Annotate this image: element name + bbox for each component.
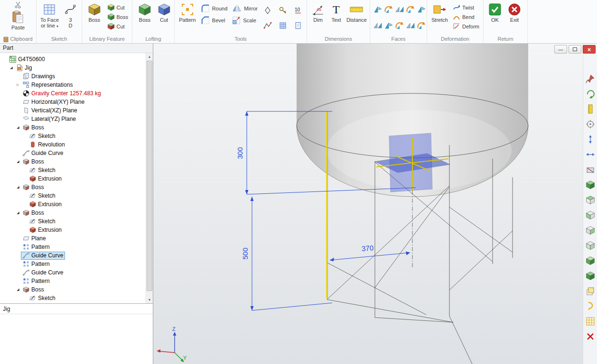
tree-item-sketch[interactable]: Sketch: [0, 166, 146, 174]
tree-item-boss[interactable]: ◢Boss: [0, 123, 146, 132]
tree-scrollbar[interactable]: ▲ ▼: [146, 53, 153, 303]
tree-item-g4t50600[interactable]: G4T50600: [0, 55, 146, 64]
maximize-button[interactable]: [569, 45, 581, 54]
tree-collapse-arrow-icon[interactable]: ◢: [15, 185, 21, 189]
tree-item-guide-curve[interactable]: Guide Curve: [0, 251, 146, 260]
tree-item-vertical-xz-plane[interactable]: Vertical(XZ) Plane: [0, 106, 146, 115]
tree-item-pattern[interactable]: Pattern: [0, 277, 146, 285]
sketch-point-icon[interactable]: [262, 5, 273, 16]
3d-viewport[interactable]: 300 500 370 Z: [153, 44, 597, 364]
tree-item-jig[interactable]: ◢Jig: [0, 64, 146, 72]
tree-item-representations[interactable]: ▷Representations: [0, 81, 146, 89]
library-boss-small-button[interactable]: Boss: [106, 13, 130, 21]
tree-item-pattern[interactable]: Pattern: [0, 260, 146, 268]
match-face-icon[interactable]: [394, 20, 405, 31]
tree-item-sketch[interactable]: Sketch: [0, 294, 146, 302]
tree-item-extrusion[interactable]: Extrusion: [0, 226, 146, 234]
tree-collapse-arrow-icon[interactable]: ◢: [15, 288, 21, 291]
sheet-project-icon[interactable]: [293, 20, 303, 31]
decimal-precision-icon[interactable]: 10: [293, 5, 303, 16]
rotate-view-icon[interactable]: [585, 88, 596, 100]
snap-cube-icon[interactable]: [585, 255, 596, 266]
library-cut2-button[interactable]: Cut: [106, 22, 130, 30]
section-plane-icon[interactable]: [585, 164, 596, 175]
scroll-down-button[interactable]: ▼: [146, 296, 153, 303]
key-icon[interactable]: [278, 5, 288, 16]
tree-item-extrusion[interactable]: Extrusion: [0, 174, 146, 183]
to-face-or-line-button[interactable]: To Face or line ▾: [39, 1, 60, 29]
tree-item-sketch[interactable]: Sketch: [0, 217, 146, 226]
extend-face-icon[interactable]: [373, 20, 383, 31]
split-face-icon[interactable]: [383, 20, 394, 31]
tree-item-guide-curve[interactable]: Guide Curve: [0, 149, 146, 157]
tree-item-boss[interactable]: ◢Boss: [0, 183, 146, 191]
round-button[interactable]: Round: [199, 4, 229, 12]
bevel-button[interactable]: Bevel: [199, 16, 229, 24]
close-button[interactable]: ×: [583, 45, 596, 54]
view-cube-front-icon[interactable]: [585, 209, 596, 221]
text-button[interactable]: T Text: [328, 1, 344, 23]
feature-tree[interactable]: G4T50600◢JigDrawings▷RepresentationsGrav…: [0, 53, 146, 303]
mirror-button[interactable]: Mirror: [230, 4, 259, 12]
offset-face-icon[interactable]: [405, 4, 416, 15]
tree-item-horizontal-xy-plane[interactable]: Horizontal(XY) Plane: [0, 98, 146, 106]
exit-button[interactable]: Exit: [505, 1, 523, 23]
delete-red-icon[interactable]: [585, 331, 596, 342]
ruler-icon[interactable]: [585, 103, 596, 115]
paste-button[interactable]: Paste: [7, 9, 29, 30]
ok-button[interactable]: OK: [486, 1, 504, 23]
tree-item-boss[interactable]: ◢Boss: [0, 285, 146, 294]
view-cube-top-icon[interactable]: [585, 194, 596, 206]
tree-expand-arrow-icon[interactable]: ▷: [15, 83, 21, 87]
patch-face-icon[interactable]: [405, 20, 416, 31]
tree-collapse-arrow-icon[interactable]: ◢: [9, 66, 14, 70]
grid-snap-icon[interactable]: [585, 316, 596, 327]
delete-face-icon[interactable]: [383, 4, 394, 15]
tree-item-boss[interactable]: ◢Boss: [0, 157, 146, 166]
shaded-cube-icon[interactable]: [585, 270, 596, 282]
lofting-cut-button[interactable]: Cut: [156, 1, 172, 23]
cut-icon[interactable]: [14, 1, 22, 9]
scroll-up-button[interactable]: ▲: [146, 53, 153, 60]
layers-icon[interactable]: [585, 285, 596, 297]
view-cube-solid-icon[interactable]: [585, 179, 596, 191]
dim-button[interactable]: 45 Dim: [309, 1, 326, 23]
tree-item-pattern[interactable]: Pattern: [0, 243, 146, 251]
view-cube-side-icon[interactable]: [585, 225, 596, 236]
tree-item-gravity-center-1257-483-kg[interactable]: Gravity Center 1257.483 kg: [0, 89, 146, 98]
pattern-button[interactable]: Pattern: [177, 1, 198, 23]
deform-button[interactable]: Deform: [451, 22, 481, 30]
tree-collapse-arrow-icon[interactable]: ◢: [15, 126, 21, 129]
pull-face-icon[interactable]: [373, 4, 383, 15]
viewport-3d-scene[interactable]: 300 500 370 Z: [153, 44, 597, 364]
rotate-face-icon[interactable]: [394, 4, 405, 15]
scale-button[interactable]: Scale: [230, 16, 259, 24]
replace-face-icon[interactable]: [416, 4, 427, 15]
tree-collapse-arrow-icon[interactable]: ◢: [15, 211, 21, 215]
tree-item-guide-curve[interactable]: Guide Curve: [0, 268, 146, 277]
view-cube-iso-icon[interactable]: [585, 240, 596, 251]
tree-collapse-arrow-icon[interactable]: ◢: [15, 160, 21, 164]
twist-button[interactable]: Twist: [451, 3, 481, 11]
tree-item-lateral-yz-plane[interactable]: Lateral(YZ) Plane: [0, 115, 146, 123]
lofting-boss-button[interactable]: Boss: [135, 1, 155, 23]
sketch-3d-button[interactable]: 3 D: [62, 1, 79, 28]
center-mark-icon[interactable]: [585, 118, 596, 130]
tree-item-sketch[interactable]: Sketch: [0, 132, 146, 140]
tree-item-revolution[interactable]: Revolution: [0, 140, 146, 149]
tree-item-sketch[interactable]: Sketch: [0, 191, 146, 200]
tree-item-boss[interactable]: ◢Boss: [0, 209, 146, 217]
hook-curve-icon[interactable]: [585, 300, 596, 312]
shell-face-icon[interactable]: [416, 20, 427, 31]
library-boss-button[interactable]: Boss: [84, 1, 104, 23]
scrollbar-thumb[interactable]: [147, 61, 152, 291]
polyline-icon[interactable]: [262, 20, 273, 31]
stretch-button[interactable]: Stretch: [429, 1, 450, 23]
tree-item-extrusion[interactable]: Extrusion: [0, 200, 146, 209]
tree-item-drawings[interactable]: Drawings: [0, 72, 146, 81]
minimize-button[interactable]: —: [554, 45, 567, 54]
measure-horizontal-icon[interactable]: [585, 149, 596, 160]
measure-vertical-icon[interactable]: [585, 134, 596, 145]
bend-button[interactable]: Bend: [451, 13, 481, 21]
tree-item-plane[interactable]: Plane: [0, 234, 146, 243]
